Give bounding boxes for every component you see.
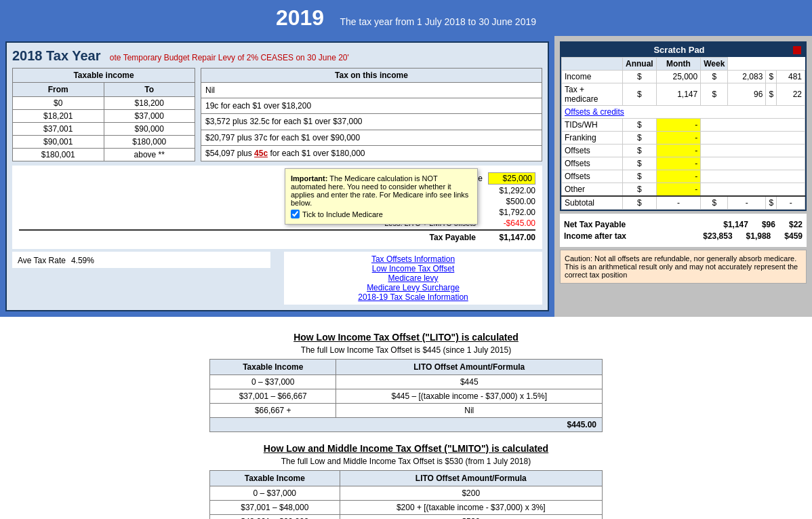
ave-tax-value: 4.59% <box>71 256 94 265</box>
table-row: 0 – $37,000$445 <box>210 375 603 389</box>
scratch-pad-header: Scratch Pad <box>561 43 805 57</box>
lmito-formula-header: LITO Offset Amount/Formula <box>340 471 602 486</box>
medicare-popup: Important: The Medicare calculation is N… <box>285 168 478 225</box>
taxable-income-header: Taxable income <box>13 69 195 83</box>
tax-year-title: 2018 Tax Year <box>12 48 101 64</box>
lmito-table: Taxable Income LITO Offset Amount/Formul… <box>209 470 603 519</box>
banner-subtitle: The tax year from 1 July 2018 to 30 June… <box>340 16 537 27</box>
include-medicare-checkbox[interactable] <box>291 210 300 218</box>
ave-tax-row: Ave Tax Rate 4.59% <box>18 256 265 265</box>
lmito-subtitle: The full Low and Middle Income Tax Offse… <box>20 457 792 466</box>
lito-total: $445.00 <box>210 418 603 432</box>
net-tax-values: $1,147 $96 $22 <box>723 220 803 229</box>
franking-row: Franking $ - <box>562 132 805 145</box>
right-section: Scratch Pad Annual Month Week <box>554 36 812 317</box>
sp-subtotal-label: Subtotal <box>562 196 623 210</box>
sp-income-annual: 25,000 <box>656 71 701 83</box>
table-row: $20,797 plus 37c for each $1 over $90,00… <box>201 130 542 145</box>
tax-scale-link[interactable]: 2018-19 Tax Scale Information <box>289 292 537 302</box>
subtotal-row: Subtotal $ - $ - $ - <box>562 196 805 210</box>
low-income-tax-link[interactable]: Low Income Tax Offset <box>289 264 537 273</box>
sp-dollar1: $ <box>623 71 657 83</box>
lito-income-header: Taxable Income <box>210 360 336 375</box>
lower-section: How Low Income Tax Offset ("LITO") is ca… <box>0 317 812 519</box>
income-value[interactable]: $25,000 <box>488 172 535 185</box>
table-row: $37,001 – $66,667$445 – [(taxable income… <box>210 389 603 404</box>
table-row: Nil <box>201 83 542 98</box>
lmito-income-header: Taxable Income <box>210 471 340 486</box>
year-banner: 2019 The tax year from 1 July 2018 to 30… <box>0 0 812 36</box>
table-row: $48,001 – $90,000$530 <box>210 515 603 520</box>
medicare-levy-link[interactable]: Medicare levy <box>289 273 537 283</box>
other-row: Other $ - <box>562 183 805 197</box>
sp-income-week: 481 <box>777 71 805 83</box>
sp-tax-annual: 1,147 <box>656 83 701 106</box>
income-tables: Taxable income From To $0$18,200 $18,201… <box>12 68 542 161</box>
table-row: $3,572 plus 32.5c for each $1 over $37,0… <box>201 114 542 130</box>
income-after-row: Income after tax $23,853 $1,988 $459 <box>564 231 803 241</box>
include-medicare-label: Tick to Include Medicare <box>302 210 383 218</box>
sp-subtotal-annual: - <box>656 196 701 210</box>
sp-tax-week: 22 <box>777 83 805 106</box>
sp-header-empty <box>562 58 623 71</box>
table-row: $18,201$37,000 <box>13 110 195 123</box>
lito-table: Taxable Income LITO Offset Amount/Formul… <box>209 359 603 432</box>
sp-tax-month: 96 <box>728 83 766 106</box>
scratch-pad-table: Annual Month Week Income $ 25,000 $ 2,08… <box>561 57 805 210</box>
sp-offsets2-label: Offsets <box>562 157 623 170</box>
sp-tidswh-val[interactable]: - <box>656 119 701 132</box>
offsets2-row: Offsets $ - <box>562 157 805 170</box>
caution-box: Caution: Not all offsets are refundable,… <box>560 250 807 284</box>
tidswh-row: TIDs/WH $ - <box>562 119 805 132</box>
table-row: $90,001$180,000 <box>13 136 195 149</box>
sp-other-label: Other <box>562 183 623 197</box>
table-row: $180,001above ** <box>13 149 195 161</box>
caution-text: Caution: Not all offsets are refundable,… <box>565 254 798 279</box>
sp-franking-label: Franking <box>562 132 623 145</box>
year-title: 2019 <box>276 5 324 31</box>
income-after-label: Income after tax <box>564 231 626 241</box>
medicare-value: $500.00 <box>481 197 535 206</box>
offsets-credits-header-row: Offsets & credits <box>562 106 805 119</box>
tax-on-income-table: Tax on this income Nil 19c for each $1 o… <box>201 68 542 161</box>
sp-income-label: Income <box>562 71 623 83</box>
sp-header-week: Week <box>701 58 728 71</box>
tax-year-note: ote Temporary Budget Repair Levy of 2% C… <box>110 53 349 62</box>
net-tax-row: Net Tax Payable $1,147 $96 $22 <box>564 220 803 229</box>
sp-header-month: Month <box>656 58 701 71</box>
income-after-values: $23,853 $1,988 $459 <box>703 231 803 241</box>
ave-tax-label: Ave Tax Rate <box>18 256 66 265</box>
tax-thereon-value: $1,292.00 <box>481 186 535 195</box>
income-after-month: $1,988 <box>746 231 771 241</box>
sp-offsets3-val[interactable]: - <box>656 170 701 183</box>
sp-franking-val[interactable]: - <box>656 132 701 145</box>
table-row: $37,001 – $48,000$200 + [(taxable income… <box>210 501 603 515</box>
net-tax-label: Net Tax Payable <box>564 220 626 229</box>
sp-offsets1-val[interactable]: - <box>656 145 701 157</box>
offsets-credits-label[interactable]: Offsets & credits <box>562 106 805 119</box>
tax-medicare-row: Tax + medicare $ 1,147 $ 96 $ 22 <box>562 83 805 106</box>
tax-offsets-link[interactable]: Tax Offsets Information <box>289 254 537 264</box>
medicare-levy-surcharge-link[interactable]: Medicare Levy Surcharge <box>289 283 537 292</box>
tax-payable-row: Tax Payable $1,147.00 <box>19 229 535 242</box>
net-tax-month: $96 <box>762 220 775 229</box>
links-area: Tax Offsets Information Low Income Tax O… <box>284 252 542 305</box>
lito-subtitle: The full Low Income Tax Offset is $445 (… <box>20 345 792 355</box>
sp-header-annual: Annual <box>623 58 657 71</box>
subtotal-value: $1,792.00 <box>481 208 535 217</box>
popup-checkbox-row: Tick to Include Medicare <box>291 210 472 218</box>
lito-formula-header: LITO Offset Amount/Formula <box>336 360 603 375</box>
offsets3-row: Offsets $ - <box>562 170 805 183</box>
sp-offsets2-val[interactable]: - <box>656 157 701 170</box>
sp-other-val[interactable]: - <box>656 183 701 197</box>
sp-income-month: 2,083 <box>728 71 766 83</box>
scratch-pad: Scratch Pad Annual Month Week <box>560 41 807 211</box>
lito-section-title: How Low Income Tax Offset ("LITO") is ca… <box>20 332 792 343</box>
scratch-pad-title: Scratch Pad <box>565 45 793 55</box>
tax-on-income-header: Tax on this income <box>201 69 542 83</box>
sp-offsets3-label: Offsets <box>562 170 623 183</box>
sp-subtotal-week: - <box>777 196 805 210</box>
close-icon[interactable] <box>793 46 801 54</box>
table-row: $0$18,200 <box>13 97 195 110</box>
lito-total-row: $445.00 <box>210 418 603 432</box>
